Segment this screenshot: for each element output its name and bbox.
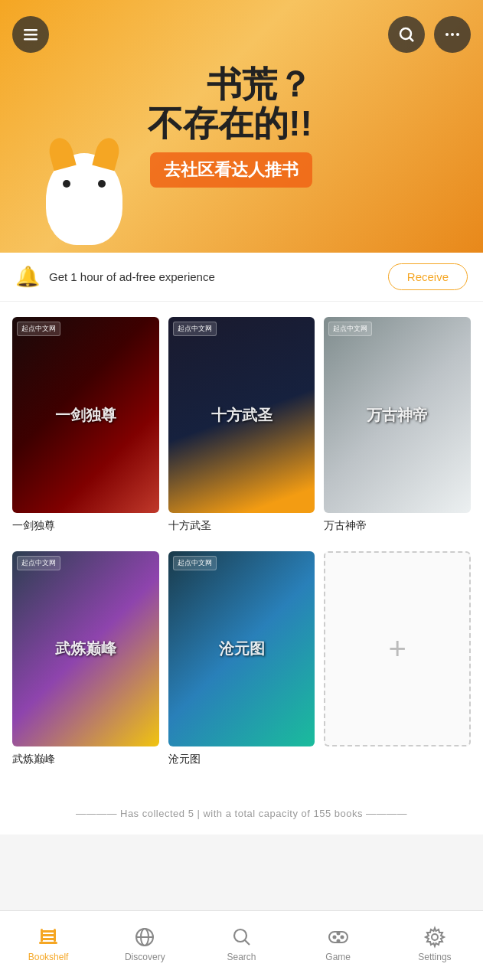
- nav-item-settings[interactable]: Settings: [387, 911, 483, 980]
- svg-point-17: [234, 929, 246, 942]
- header: [0, 0, 483, 69]
- more-button[interactable]: [434, 16, 471, 53]
- svg-rect-13: [54, 929, 56, 942]
- bottom-spacer: [0, 835, 483, 911]
- book-cover-text-4: 武炼巅峰: [12, 551, 159, 747]
- game-icon: [327, 926, 350, 949]
- book-title-2: 十方武圣: [168, 519, 211, 533]
- book-cover-text-2: 十方武圣: [168, 317, 315, 513]
- book-row-1: 起点中文网 一剑独尊 一剑独尊 起点中文网 十方武圣 十方武圣 起点中文网 万古…: [12, 317, 471, 533]
- banner-title: 书荒？ 不存在的!!: [148, 65, 312, 142]
- svg-point-24: [432, 934, 438, 940]
- book-grid: 起点中文网 一剑独尊 一剑独尊 起点中文网 十方武圣 十方武圣 起点中文网 万古…: [0, 302, 483, 800]
- ad-banner: 🔔 Get 1 hour of ad-free experience Recei…: [0, 253, 483, 302]
- capacity-text: ———— Has collected 5 | with a total capa…: [76, 808, 407, 819]
- settings-icon: [423, 926, 446, 949]
- book-item-1[interactable]: 起点中文网 一剑独尊 一剑独尊: [12, 317, 159, 533]
- menu-icon: [21, 25, 40, 44]
- book-cover-1: 起点中文网 一剑独尊: [12, 317, 159, 513]
- book-item-3[interactable]: 起点中文网 万古神帝 万古神帝: [324, 317, 471, 533]
- book-cover-5: 起点中文网 沧元图: [168, 551, 315, 747]
- svg-point-6: [451, 33, 454, 36]
- nav-label-bookshelf: Bookshelf: [28, 952, 69, 962]
- svg-point-7: [456, 33, 459, 36]
- capacity-info: ———— Has collected 5 | with a total capa…: [0, 800, 483, 835]
- book-cover-3: 起点中文网 万古神帝: [324, 317, 471, 513]
- book-cover-text-3: 万古神帝: [324, 317, 471, 513]
- svg-line-4: [410, 38, 414, 42]
- svg-rect-0: [24, 29, 38, 31]
- svg-line-18: [245, 940, 250, 945]
- banner-subtitle: 去社区看达人推书: [150, 152, 312, 188]
- svg-point-21: [341, 936, 343, 939]
- svg-rect-1: [24, 34, 38, 36]
- ad-banner-left: 🔔 Get 1 hour of ad-free experience: [15, 265, 215, 289]
- svg-point-23: [337, 940, 339, 942]
- book-title-4: 武炼巅峰: [12, 753, 55, 766]
- book-title-3: 万古神帝: [324, 519, 367, 533]
- search-button[interactable]: [388, 16, 425, 53]
- bell-icon: 🔔: [15, 265, 40, 289]
- svg-rect-11: [39, 942, 57, 944]
- menu-button[interactable]: [12, 16, 49, 53]
- nav-item-bookshelf[interactable]: Bookshelf: [0, 911, 96, 980]
- discovery-icon: [133, 926, 156, 949]
- book-title-1: 一剑独尊: [12, 519, 55, 533]
- svg-point-3: [400, 28, 411, 39]
- book-title-5: 沧元图: [168, 753, 201, 766]
- book-cover-4: 起点中文网 武炼巅峰: [12, 551, 159, 747]
- nav-item-game[interactable]: Game: [290, 911, 387, 980]
- book-item-2[interactable]: 起点中文网 十方武圣 十方武圣: [168, 317, 315, 533]
- bookshelf-icon: [37, 926, 60, 949]
- nav-label-game: Game: [325, 952, 351, 962]
- nav-label-discovery: Discovery: [125, 952, 165, 962]
- book-cover-text-5: 沧元图: [168, 551, 315, 747]
- add-book-box: +: [324, 551, 471, 747]
- nav-label-settings: Settings: [418, 952, 451, 962]
- book-cover-2: 起点中文网 十方武圣: [168, 317, 315, 513]
- svg-point-5: [445, 33, 449, 36]
- svg-point-20: [333, 936, 335, 939]
- svg-rect-2: [24, 38, 38, 41]
- book-cover-text-1: 一剑独尊: [12, 317, 159, 513]
- header-right-buttons: [388, 16, 471, 53]
- add-plus-icon: +: [389, 632, 406, 666]
- nav-item-discovery[interactable]: Discovery: [96, 911, 193, 980]
- book-item-5[interactable]: 起点中文网 沧元图 沧元图: [168, 551, 315, 767]
- bottom-nav: Bookshelf Discovery Search: [0, 910, 483, 980]
- nav-item-search[interactable]: Search: [193, 911, 289, 980]
- ad-text: Get 1 hour of ad-free experience: [49, 270, 215, 283]
- search-nav-icon: [230, 926, 253, 949]
- search-icon: [397, 25, 416, 44]
- svg-point-22: [337, 933, 339, 935]
- add-book-placeholder[interactable]: +: [324, 551, 471, 767]
- book-row-2: 起点中文网 武炼巅峰 武炼巅峰 起点中文网 沧元图 沧元图 +: [12, 551, 471, 767]
- receive-button[interactable]: Receive: [388, 263, 468, 290]
- svg-rect-12: [41, 929, 43, 942]
- more-icon: [443, 25, 462, 44]
- nav-label-search: Search: [227, 952, 256, 962]
- book-item-4[interactable]: 起点中文网 武炼巅峰 武炼巅峰: [12, 551, 159, 767]
